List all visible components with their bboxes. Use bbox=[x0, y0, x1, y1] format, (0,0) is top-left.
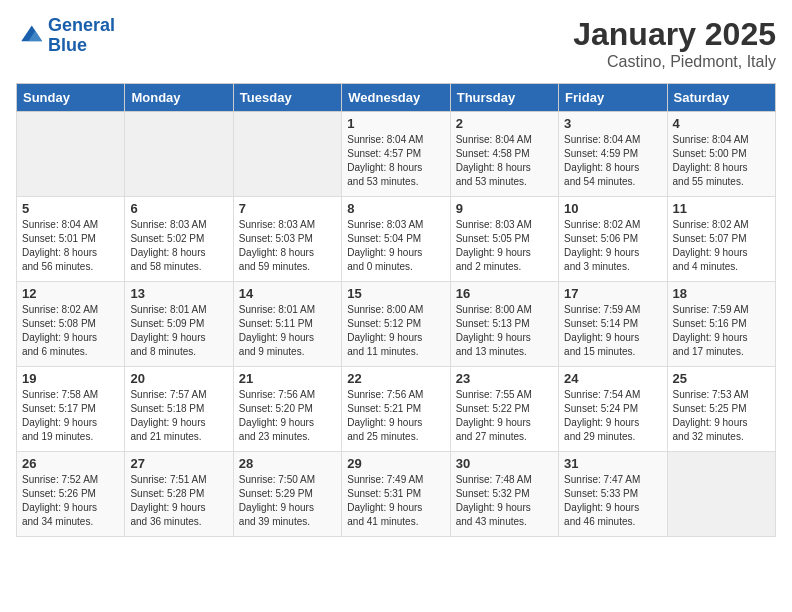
day-info: Sunrise: 8:01 AM Sunset: 5:09 PM Dayligh… bbox=[130, 303, 227, 359]
calendar-cell: 27Sunrise: 7:51 AM Sunset: 5:28 PM Dayli… bbox=[125, 452, 233, 537]
weekday-header: Monday bbox=[125, 84, 233, 112]
weekday-header: Thursday bbox=[450, 84, 558, 112]
calendar-cell: 7Sunrise: 8:03 AM Sunset: 5:03 PM Daylig… bbox=[233, 197, 341, 282]
calendar-cell: 18Sunrise: 7:59 AM Sunset: 5:16 PM Dayli… bbox=[667, 282, 775, 367]
day-info: Sunrise: 8:02 AM Sunset: 5:07 PM Dayligh… bbox=[673, 218, 770, 274]
weekday-header-row: SundayMondayTuesdayWednesdayThursdayFrid… bbox=[17, 84, 776, 112]
calendar-cell: 2Sunrise: 8:04 AM Sunset: 4:58 PM Daylig… bbox=[450, 112, 558, 197]
day-info: Sunrise: 8:04 AM Sunset: 4:58 PM Dayligh… bbox=[456, 133, 553, 189]
day-number: 21 bbox=[239, 371, 336, 386]
month-title: January 2025 bbox=[573, 16, 776, 53]
logo-line1: General bbox=[48, 15, 115, 35]
calendar-cell: 30Sunrise: 7:48 AM Sunset: 5:32 PM Dayli… bbox=[450, 452, 558, 537]
day-number: 10 bbox=[564, 201, 661, 216]
day-number: 18 bbox=[673, 286, 770, 301]
weekday-header: Friday bbox=[559, 84, 667, 112]
day-number: 5 bbox=[22, 201, 119, 216]
day-number: 22 bbox=[347, 371, 444, 386]
calendar-cell: 16Sunrise: 8:00 AM Sunset: 5:13 PM Dayli… bbox=[450, 282, 558, 367]
day-number: 23 bbox=[456, 371, 553, 386]
day-info: Sunrise: 7:48 AM Sunset: 5:32 PM Dayligh… bbox=[456, 473, 553, 529]
calendar-cell: 29Sunrise: 7:49 AM Sunset: 5:31 PM Dayli… bbox=[342, 452, 450, 537]
calendar-cell: 12Sunrise: 8:02 AM Sunset: 5:08 PM Dayli… bbox=[17, 282, 125, 367]
calendar-cell: 4Sunrise: 8:04 AM Sunset: 5:00 PM Daylig… bbox=[667, 112, 775, 197]
weekday-header: Tuesday bbox=[233, 84, 341, 112]
day-info: Sunrise: 8:03 AM Sunset: 5:03 PM Dayligh… bbox=[239, 218, 336, 274]
day-info: Sunrise: 7:47 AM Sunset: 5:33 PM Dayligh… bbox=[564, 473, 661, 529]
calendar-cell: 19Sunrise: 7:58 AM Sunset: 5:17 PM Dayli… bbox=[17, 367, 125, 452]
day-info: Sunrise: 7:50 AM Sunset: 5:29 PM Dayligh… bbox=[239, 473, 336, 529]
day-number: 9 bbox=[456, 201, 553, 216]
calendar-cell: 26Sunrise: 7:52 AM Sunset: 5:26 PM Dayli… bbox=[17, 452, 125, 537]
day-info: Sunrise: 8:01 AM Sunset: 5:11 PM Dayligh… bbox=[239, 303, 336, 359]
weekday-header: Saturday bbox=[667, 84, 775, 112]
calendar-cell: 28Sunrise: 7:50 AM Sunset: 5:29 PM Dayli… bbox=[233, 452, 341, 537]
calendar-table: SundayMondayTuesdayWednesdayThursdayFrid… bbox=[16, 83, 776, 537]
logo: General Blue bbox=[16, 16, 115, 56]
weekday-header: Wednesday bbox=[342, 84, 450, 112]
calendar-cell: 6Sunrise: 8:03 AM Sunset: 5:02 PM Daylig… bbox=[125, 197, 233, 282]
logo-text: General Blue bbox=[48, 16, 115, 56]
day-number: 3 bbox=[564, 116, 661, 131]
day-number: 15 bbox=[347, 286, 444, 301]
day-info: Sunrise: 8:00 AM Sunset: 5:13 PM Dayligh… bbox=[456, 303, 553, 359]
day-info: Sunrise: 7:57 AM Sunset: 5:18 PM Dayligh… bbox=[130, 388, 227, 444]
day-number: 16 bbox=[456, 286, 553, 301]
day-number: 13 bbox=[130, 286, 227, 301]
calendar-cell: 14Sunrise: 8:01 AM Sunset: 5:11 PM Dayli… bbox=[233, 282, 341, 367]
day-info: Sunrise: 8:04 AM Sunset: 4:59 PM Dayligh… bbox=[564, 133, 661, 189]
calendar-cell: 11Sunrise: 8:02 AM Sunset: 5:07 PM Dayli… bbox=[667, 197, 775, 282]
day-number: 19 bbox=[22, 371, 119, 386]
title-block: January 2025 Castino, Piedmont, Italy bbox=[573, 16, 776, 71]
calendar-week-row: 12Sunrise: 8:02 AM Sunset: 5:08 PM Dayli… bbox=[17, 282, 776, 367]
location-subtitle: Castino, Piedmont, Italy bbox=[573, 53, 776, 71]
day-number: 30 bbox=[456, 456, 553, 471]
calendar-cell: 9Sunrise: 8:03 AM Sunset: 5:05 PM Daylig… bbox=[450, 197, 558, 282]
day-info: Sunrise: 7:59 AM Sunset: 5:16 PM Dayligh… bbox=[673, 303, 770, 359]
calendar-cell: 31Sunrise: 7:47 AM Sunset: 5:33 PM Dayli… bbox=[559, 452, 667, 537]
day-info: Sunrise: 8:02 AM Sunset: 5:06 PM Dayligh… bbox=[564, 218, 661, 274]
day-info: Sunrise: 7:56 AM Sunset: 5:20 PM Dayligh… bbox=[239, 388, 336, 444]
day-info: Sunrise: 7:52 AM Sunset: 5:26 PM Dayligh… bbox=[22, 473, 119, 529]
day-info: Sunrise: 8:03 AM Sunset: 5:02 PM Dayligh… bbox=[130, 218, 227, 274]
day-info: Sunrise: 8:02 AM Sunset: 5:08 PM Dayligh… bbox=[22, 303, 119, 359]
logo-line2: Blue bbox=[48, 35, 87, 55]
weekday-header: Sunday bbox=[17, 84, 125, 112]
day-number: 24 bbox=[564, 371, 661, 386]
calendar-cell: 25Sunrise: 7:53 AM Sunset: 5:25 PM Dayli… bbox=[667, 367, 775, 452]
day-info: Sunrise: 7:59 AM Sunset: 5:14 PM Dayligh… bbox=[564, 303, 661, 359]
day-number: 27 bbox=[130, 456, 227, 471]
day-info: Sunrise: 8:04 AM Sunset: 5:01 PM Dayligh… bbox=[22, 218, 119, 274]
day-number: 31 bbox=[564, 456, 661, 471]
calendar-week-row: 26Sunrise: 7:52 AM Sunset: 5:26 PM Dayli… bbox=[17, 452, 776, 537]
day-number: 11 bbox=[673, 201, 770, 216]
day-number: 6 bbox=[130, 201, 227, 216]
day-info: Sunrise: 7:49 AM Sunset: 5:31 PM Dayligh… bbox=[347, 473, 444, 529]
day-number: 4 bbox=[673, 116, 770, 131]
calendar-cell bbox=[125, 112, 233, 197]
calendar-cell: 15Sunrise: 8:00 AM Sunset: 5:12 PM Dayli… bbox=[342, 282, 450, 367]
calendar-cell: 5Sunrise: 8:04 AM Sunset: 5:01 PM Daylig… bbox=[17, 197, 125, 282]
day-number: 17 bbox=[564, 286, 661, 301]
calendar-cell: 23Sunrise: 7:55 AM Sunset: 5:22 PM Dayli… bbox=[450, 367, 558, 452]
day-number: 7 bbox=[239, 201, 336, 216]
calendar-cell bbox=[233, 112, 341, 197]
page-header: General Blue January 2025 Castino, Piedm… bbox=[16, 16, 776, 71]
day-info: Sunrise: 8:03 AM Sunset: 5:04 PM Dayligh… bbox=[347, 218, 444, 274]
calendar-cell: 3Sunrise: 8:04 AM Sunset: 4:59 PM Daylig… bbox=[559, 112, 667, 197]
day-info: Sunrise: 7:51 AM Sunset: 5:28 PM Dayligh… bbox=[130, 473, 227, 529]
day-number: 29 bbox=[347, 456, 444, 471]
calendar-cell: 13Sunrise: 8:01 AM Sunset: 5:09 PM Dayli… bbox=[125, 282, 233, 367]
day-number: 28 bbox=[239, 456, 336, 471]
day-info: Sunrise: 8:03 AM Sunset: 5:05 PM Dayligh… bbox=[456, 218, 553, 274]
day-number: 25 bbox=[673, 371, 770, 386]
day-number: 26 bbox=[22, 456, 119, 471]
day-info: Sunrise: 8:04 AM Sunset: 4:57 PM Dayligh… bbox=[347, 133, 444, 189]
calendar-week-row: 5Sunrise: 8:04 AM Sunset: 5:01 PM Daylig… bbox=[17, 197, 776, 282]
calendar-week-row: 19Sunrise: 7:58 AM Sunset: 5:17 PM Dayli… bbox=[17, 367, 776, 452]
day-number: 1 bbox=[347, 116, 444, 131]
calendar-cell bbox=[17, 112, 125, 197]
calendar-cell: 22Sunrise: 7:56 AM Sunset: 5:21 PM Dayli… bbox=[342, 367, 450, 452]
calendar-cell: 24Sunrise: 7:54 AM Sunset: 5:24 PM Dayli… bbox=[559, 367, 667, 452]
calendar-cell: 1Sunrise: 8:04 AM Sunset: 4:57 PM Daylig… bbox=[342, 112, 450, 197]
